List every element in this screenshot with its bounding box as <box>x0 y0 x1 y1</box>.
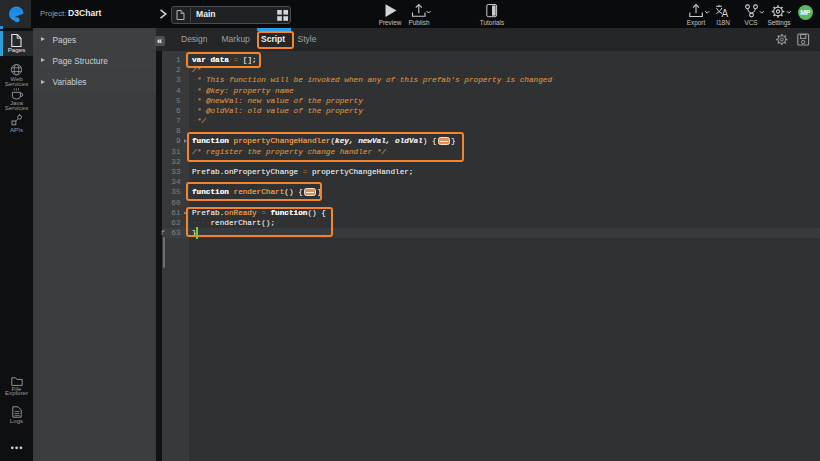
svg-text:A: A <box>722 8 729 19</box>
